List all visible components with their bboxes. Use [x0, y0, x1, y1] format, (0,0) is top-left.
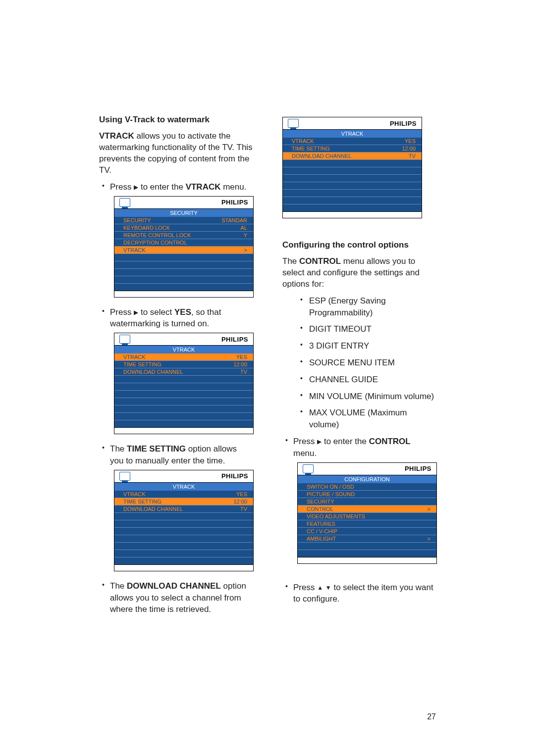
osd-row-empty [283, 182, 422, 190]
osd-row-value: AL [241, 224, 247, 231]
osd-row-value: TV [240, 505, 247, 512]
osd-footer [114, 291, 253, 297]
osd-row-label: CONTROL [307, 505, 428, 512]
vtrack-heading: Using V-Track to watermark [99, 115, 253, 125]
osd-row: SECURITY [298, 498, 436, 505]
osd-row-empty [114, 284, 253, 291]
vtrack-paragraph: VTRACK allows you to activate the waterm… [99, 131, 253, 176]
tv-icon [119, 335, 130, 344]
osd-footer [298, 557, 436, 563]
osd-row-empty [298, 550, 436, 557]
osd-title: SECURITY [114, 209, 253, 217]
osd-body: VTRACKYESTIME SETTING12:00DOWNLOAD CHANN… [283, 138, 422, 211]
osd-row: SWITCH ON / OSD [298, 483, 436, 491]
osd-row: SECURITYSTANDAR [114, 217, 253, 224]
bullet-enter-control: Press to enter the CONTROL menu. [282, 436, 436, 459]
osd-row-label: FEATURES [307, 520, 430, 527]
osd-row-value: TV [409, 152, 416, 159]
osd-row-value: STANDAR [221, 217, 247, 224]
left-column: Using V-Track to watermark VTRACK allows… [99, 115, 253, 618]
osd-row-empty [283, 197, 422, 204]
osd-body: SECURITYSTANDARKEYBOARD LOCKALREMOTE CON… [114, 217, 253, 291]
opt-source-menu-item: SOURCE MENU ITEM [300, 357, 436, 369]
brand-label: PHILIPS [405, 465, 431, 472]
osd-footer [283, 211, 422, 218]
opt-esp: ESP (Energy Saving Programmability) [300, 295, 436, 319]
tv-icon [119, 198, 130, 207]
osd-row: DOWNLOAD CHANNELTV [114, 368, 253, 376]
osd-header: PHILIPS [114, 333, 253, 346]
osd-footer [114, 427, 253, 434]
osd-row: VTRACKYES [114, 491, 253, 498]
osd-body: VTRACKYESTIME SETTING12:00DOWNLOAD CHANN… [114, 353, 253, 427]
osd-row-empty [283, 190, 422, 197]
osd-row: DECRYPTION CONTROL [114, 239, 253, 247]
opt-max-volume: MAX VOLUME (Maximum volume) [300, 407, 436, 431]
osd-row: VIDEO ADJUSTMENTS [298, 513, 436, 520]
osd-security-menu: PHILIPS SECURITY SECURITYSTANDARKEYBOARD… [114, 196, 254, 298]
osd-row-label: TIME SETTING [123, 498, 233, 505]
osd-title: CONFIGURATION [298, 475, 436, 483]
osd-row-empty [283, 175, 422, 182]
opt-min-volume: MIN VOLUME (Minimum volume) [300, 391, 436, 403]
osd-row: DOWNLOAD CHANNELTV [114, 505, 253, 513]
osd-row-label: TIME SETTING [292, 145, 402, 152]
osd-title: VTRACK [114, 483, 253, 491]
osd-row-empty [114, 420, 253, 427]
osd-row-empty [114, 513, 253, 520]
osd-row-label: CC / V-CHIP [307, 528, 430, 535]
control-options-list: ESP (Energy Saving Programmability) DIGI… [282, 295, 436, 431]
osd-header: PHILIPS [114, 470, 253, 483]
osd-row: DOWNLOAD CHANNELTV [283, 152, 422, 160]
osd-row-empty [114, 376, 253, 383]
osd-title: VTRACK [283, 130, 422, 138]
tv-icon [303, 464, 314, 473]
osd-row: CC / V-CHIP [298, 528, 436, 535]
osd-row-empty [114, 383, 253, 391]
right-arrow-icon [317, 438, 321, 446]
osd-vtrack-yes: PHILIPS VTRACK VTRACKYESTIME SETTING12:0… [114, 333, 254, 434]
osd-row-empty [298, 543, 436, 550]
right-arrow-icon [134, 308, 138, 317]
osd-row-label: REMOTE CONTROL LOCK [123, 232, 244, 239]
osd-row: REMOTE CONTROL LOCKY [114, 232, 253, 239]
opt-3digit-entry: 3 DIGIT ENTRY [300, 340, 436, 352]
osd-row-label: TIME SETTING [123, 361, 233, 368]
osd-row-label: VIDEO ADJUSTMENTS [307, 513, 430, 520]
bullet-enter-vtrack: Press to enter the VTRACK menu. [99, 181, 253, 193]
bullet-select-yes: Press to select YES, so that watermarkin… [99, 306, 253, 330]
osd-row-value: YES [405, 138, 416, 145]
osd-row: AMBILIGHT> [298, 535, 436, 543]
osd-row-empty [114, 535, 253, 543]
osd-row-empty [283, 160, 422, 167]
osd-row-label: DECRYPTION CONTROL [123, 239, 247, 246]
osd-row-empty [114, 543, 253, 550]
osd-row-empty [283, 204, 422, 211]
brand-label: PHILIPS [390, 120, 417, 127]
osd-body: SWITCH ON / OSDPICTURE / SOUNDSECURITYCO… [298, 483, 436, 557]
osd-row-label: DOWNLOAD CHANNEL [123, 505, 240, 512]
control-paragraph: The CONTROL menu allows you to select an… [282, 256, 436, 290]
osd-row-value: TV [240, 368, 247, 375]
osd-row-label: AMBILIGHT [307, 535, 428, 542]
osd-row-empty [114, 405, 253, 413]
osd-row-empty [114, 254, 253, 261]
osd-row-empty [114, 398, 253, 405]
right-column: PHILIPS VTRACK VTRACKYESTIME SETTING12:0… [282, 115, 436, 618]
osd-row-label: SWITCH ON / OSD [307, 483, 430, 490]
osd-header: PHILIPS [283, 117, 422, 130]
osd-row-empty [283, 167, 422, 175]
osd-row-label: DOWNLOAD CHANNEL [123, 368, 240, 375]
osd-row: FEATURES [298, 520, 436, 528]
opt-digit-timeout: DIGIT TIMEOUT [300, 323, 436, 335]
osd-row-label: DOWNLOAD CHANNEL [292, 152, 409, 159]
osd-row-empty [114, 276, 253, 284]
osd-row-value: 12:00 [402, 145, 416, 152]
osd-row: VTRACK> [114, 247, 253, 254]
osd-vtrack-time: PHILIPS VTRACK VTRACKYESTIME SETTING12:0… [114, 470, 254, 571]
osd-row: VTRACKYES [114, 353, 253, 361]
up-arrow-icon [317, 584, 323, 592]
osd-row-empty [114, 528, 253, 535]
tv-icon [288, 119, 299, 128]
bullet-download-channel: The DOWNLOAD CHANNEL option allows you t… [99, 580, 253, 615]
